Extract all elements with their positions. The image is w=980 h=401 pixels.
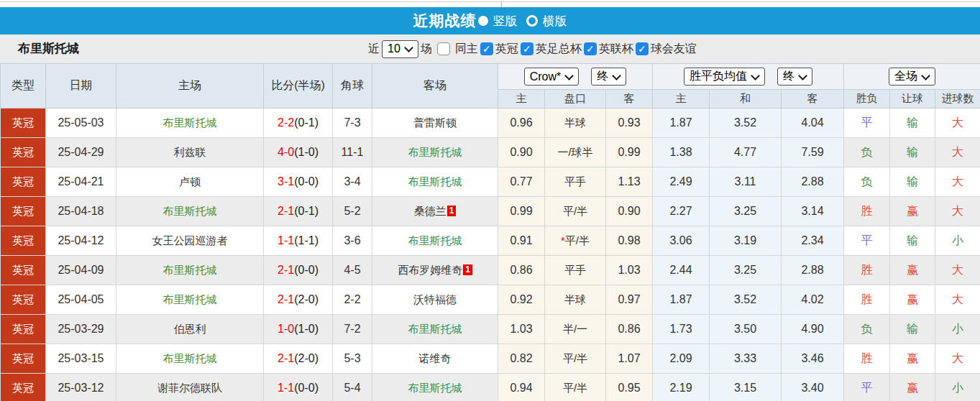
halftime-score: (0-0) — [294, 175, 319, 188]
filter-bar: 布里斯托城 近 10 场 同主 ✓ 英冠 ✓ 英足总杯 ✓ 英联杯 ✓ 球会友谊 — [0, 34, 980, 63]
date-cell: 25-04-18 — [46, 197, 116, 226]
goals-result-cell: 大 — [935, 167, 980, 197]
corners-cell: 7-3 — [333, 109, 372, 138]
results-table: 类型 日期 主场 比分(半场) 角球 客场 Crow* 终 — [0, 63, 980, 401]
vertical-layout-label: 竖版 — [493, 13, 518, 29]
home-team-cell: 卢顿 — [116, 167, 264, 197]
match-row: 英冠 25-05-03 布里斯托城 2-2(0-1) 7-3 普雷斯顿 0.96… — [1, 109, 980, 138]
avg-home-cell: 3.06 — [653, 226, 710, 256]
outcome-value: 胜 — [861, 293, 873, 305]
fulltime-score: 1-1 — [278, 234, 294, 246]
goals-result-value: 大 — [952, 146, 963, 158]
chevron-down-icon — [564, 71, 574, 80]
avg-draw-cell: 3.19 — [710, 226, 782, 256]
col-home: 主场 — [116, 64, 264, 109]
away-team-cell: 布里斯托城 — [372, 226, 498, 256]
outcome-cell: 负 — [844, 315, 890, 344]
odds-home-cell: 0.86 — [498, 256, 545, 285]
handicap-result-value: 输 — [907, 175, 918, 188]
league-cup-checkbox[interactable]: ✓ — [584, 42, 597, 55]
bookmaker-select[interactable]: Crow* — [524, 68, 580, 86]
recent-results-panel: 近期战绩 竖版 横版 布里斯托城 近 10 场 同主 ✓ 英冠 ✓ 英足总杯 ✓… — [0, 0, 980, 401]
home-team-link[interactable]: 布里斯托城 — [163, 264, 217, 276]
league-type-cell: 英冠 — [1, 167, 46, 197]
league-type-cell: 英冠 — [1, 285, 46, 315]
away-team-link[interactable]: 沃特福德 — [413, 293, 457, 305]
away-team-link[interactable]: 西布罗姆维奇 — [398, 264, 462, 276]
odds-home-cell: 0.82 — [498, 344, 545, 374]
home-team-link[interactable]: 布里斯托城 — [163, 352, 217, 364]
away-team-link[interactable]: 布里斯托城 — [408, 382, 462, 394]
away-team-link[interactable]: 布里斯托城 — [408, 323, 462, 335]
away-team-link[interactable]: 布里斯托城 — [408, 234, 462, 246]
away-team-cell: 布里斯托城 — [372, 167, 498, 197]
subcol-avg-draw: 和 — [710, 90, 782, 109]
home-team-link[interactable]: 女王公园巡游者 — [152, 234, 228, 246]
friendly-checkbox[interactable]: ✓ — [636, 42, 649, 55]
halftime-score: (2-0) — [294, 352, 319, 364]
goals-result-value: 大 — [952, 293, 963, 305]
goals-result-cell: 小 — [935, 315, 980, 344]
friendly-label: 球会友谊 — [651, 42, 697, 57]
avg-type-select[interactable]: 胜平负均值 — [684, 68, 765, 86]
home-team-link[interactable]: 布里斯托城 — [163, 116, 217, 129]
avg-away-cell: 2.34 — [782, 226, 844, 256]
col-corners: 角球 — [333, 64, 372, 109]
home-team-link[interactable]: 利兹联 — [174, 146, 206, 158]
outcome-value: 平 — [861, 234, 873, 246]
odds-away-cell: 0.90 — [606, 197, 653, 226]
outcome-cell: 胜 — [844, 285, 890, 315]
away-team-link[interactable]: 布里斯托城 — [408, 175, 462, 188]
odds-home-cell: 0.91 — [498, 226, 545, 256]
halftime-score: (0-0) — [294, 382, 319, 394]
goals-result-cell: 大 — [935, 285, 980, 315]
subcol-odds-home: 主 — [498, 90, 545, 109]
period-select[interactable]: 全场 — [889, 68, 935, 86]
odds-time-select[interactable]: 终 — [591, 68, 626, 86]
home-team-link[interactable]: 布里斯托城 — [163, 205, 217, 217]
outcome-value: 负 — [861, 323, 873, 335]
avg-time-select[interactable]: 终 — [777, 68, 812, 86]
corners-cell: 2-2 — [333, 285, 372, 315]
away-team-link[interactable]: 普雷斯顿 — [413, 116, 457, 129]
away-team-cell: 布里斯托城 — [372, 138, 498, 167]
handicap-result-value: 赢 — [907, 264, 918, 276]
away-team-link[interactable]: 布里斯托城 — [408, 146, 462, 158]
handicap-result-value: 赢 — [907, 293, 918, 305]
fulltime-score: 2-1 — [278, 205, 294, 217]
outcome-cell: 平 — [844, 109, 890, 138]
handicap-result-value: 输 — [907, 146, 918, 158]
odds-home-cell: 1.03 — [498, 315, 545, 344]
handicap-cell: 平/半 — [545, 344, 606, 374]
vertical-layout-radio[interactable] — [478, 16, 488, 26]
avg-draw-cell: 3.11 — [710, 167, 782, 197]
handicap-result-value: 输 — [907, 234, 918, 246]
outcome-cell: 负 — [844, 138, 890, 167]
league-checkbox[interactable]: ✓ — [480, 42, 493, 55]
home-team-link[interactable]: 卢顿 — [179, 175, 201, 188]
match-row: 英冠 25-04-29 利兹联 4-0(1-0) 11-1 布里斯托城 0.90… — [1, 138, 980, 167]
handicap-result-cell: 赢 — [890, 285, 935, 315]
away-team-link[interactable]: 桑德兰 — [414, 205, 447, 217]
subcol-avg-home: 主 — [653, 90, 710, 109]
home-team-cell: 谢菲尔德联队 — [116, 374, 264, 401]
home-team-link[interactable]: 伯恩利 — [174, 323, 206, 335]
same-home-checkbox[interactable] — [437, 42, 450, 55]
goals-result-cell: 大 — [935, 138, 980, 167]
recent-count-select[interactable]: 10 — [382, 40, 418, 58]
home-team-cell: 女王公园巡游者 — [116, 226, 264, 256]
handicap-result-value: 输 — [907, 116, 918, 129]
handicap-value: 平/半 — [565, 234, 590, 246]
page-title: 近期战绩 — [413, 11, 477, 31]
horizontal-layout-radio[interactable] — [526, 15, 538, 27]
home-team-link[interactable]: 谢菲尔德联队 — [157, 382, 222, 394]
handicap-value: 平/半 — [563, 352, 587, 364]
goals-result-cell: 大 — [935, 344, 980, 374]
avg-draw-cell: 3.15 — [710, 374, 782, 401]
fa-cup-checkbox[interactable]: ✓ — [521, 42, 533, 55]
odds-away-cell: 1.07 — [606, 344, 653, 374]
outcome-cell: 胜 — [844, 256, 890, 285]
away-team-link[interactable]: 诺维奇 — [419, 352, 452, 364]
home-team-cell: 布里斯托城 — [116, 109, 264, 138]
home-team-link[interactable]: 布里斯托城 — [163, 293, 217, 305]
